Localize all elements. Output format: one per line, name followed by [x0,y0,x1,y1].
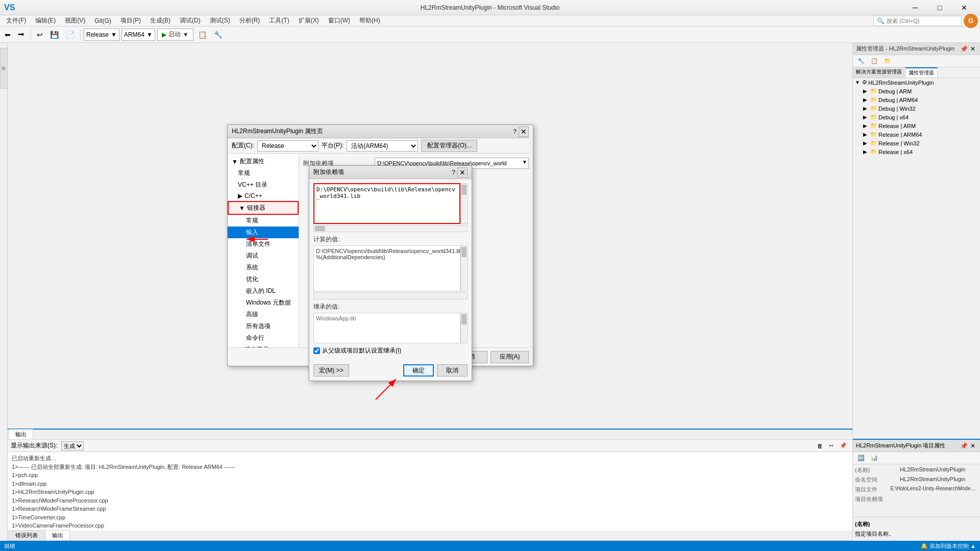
close-button[interactable]: ✕ [952,0,976,15]
output-source-select[interactable]: 生成 [61,441,84,450]
output-line-8: 1>VideoCameraFrameProcessor.cpp [12,521,848,530]
tree-all-opts[interactable]: 所有选项 [228,320,299,332]
menu-item-edit[interactable]: 编辑(E) [31,15,60,26]
tree-manifest[interactable]: 清单文件 [228,238,299,250]
toolbar-extra-btn1[interactable]: 📋 [195,29,209,41]
toolbar-undo-btn[interactable]: ↩ [34,29,45,41]
start-icon: ▶ [162,31,166,38]
pm-release-x64-arrow: ▶ [863,149,869,155]
pm-release-win32[interactable]: ▶ 📁 Release | Win32 [853,139,980,147]
tree-config-props[interactable]: ▼ 配置属性 [228,156,299,167]
menu-item-extensions[interactable]: 扩展(X) [295,15,323,26]
toolbar-forward-btn[interactable]: ⮕ [15,29,28,41]
tree-linker[interactable]: ▼ 链接器 [228,201,299,215]
tree-winmeta[interactable]: Windows 元数据 [228,297,299,309]
tree-general[interactable]: 常规 [228,167,299,179]
menu-item-project[interactable]: 项目(P) [116,15,145,26]
menu-item-build[interactable]: 生成(B) [146,15,175,26]
pm-release-x64[interactable]: ▶ 📁 Release | x64 [853,147,980,156]
config-select[interactable]: Release [257,140,318,152]
pm-btn2[interactable]: 📋 [868,56,880,66]
menu-item-analyze[interactable]: 分析(R) [235,15,264,26]
menu-item-test[interactable]: 测试(S) [206,15,234,26]
calc-h-scrollbar[interactable] [313,292,468,299]
pm-release-arm64[interactable]: ▶ 📁 Release | ARM64 [853,130,980,139]
pm-debug-arm64[interactable]: ▶ 📁 Debug | ARM64 [853,95,980,104]
panel-close-btn[interactable]: ✕ [969,45,977,53]
pm-debug-x64[interactable]: ▶ 📁 Debug | x64 [853,113,980,121]
panel-pin-btn[interactable]: 📌 [960,45,968,53]
menu-item-git[interactable]: Git(G) [90,16,115,26]
pm-debug-arm[interactable]: ▶ 📁 Debug | ARM [853,87,980,95]
tree-cpp[interactable]: ▶ C/C++ [228,191,299,201]
tree-debug[interactable]: 调试 [228,250,299,262]
solution-explorer-tab[interactable]: 解决方案资源管理器 [853,67,905,78]
platform-select[interactable]: 活动(ARM64) [347,140,418,152]
pm-btn3[interactable]: 📁 [881,56,894,66]
props-pin-btn[interactable]: 📌 [960,442,968,450]
error-list-tab[interactable]: 错误列表 [9,530,44,540]
dropdown-arrow-icon[interactable]: ▼ [522,159,527,165]
tree-system[interactable]: 系统 [228,262,299,273]
restore-button[interactable]: □ [928,0,951,15]
search-input[interactable] [887,18,958,24]
apply-btn[interactable]: 应用(A) [491,351,529,363]
pm-release-arm[interactable]: ▶ 📁 Release | ARM [853,121,980,130]
tree-manifest-tool[interactable]: ▶ 清单工具 [228,344,299,347]
help-icon[interactable]: ? [513,128,517,135]
pm-release-arm64-arrow: ▶ [863,132,869,137]
output-clear-btn[interactable]: 🗑 [815,441,825,450]
deps-cancel-btn[interactable]: 取消 [437,364,468,377]
output-wrap-btn[interactable]: ⇿ [826,441,836,450]
property-manager-tab[interactable]: 属性管理器 [905,67,938,78]
menu-item-debug[interactable]: 调试(D) [176,15,205,26]
property-pages-title-bar[interactable]: HL2RmStreamUnityPlugin 属性页 ? ✕ [228,125,533,138]
user-avatar[interactable]: G [964,14,978,28]
menu-item-tools[interactable]: 工具(T) [265,15,293,26]
pm-debug-win32[interactable]: ▶ 📁 Debug | Win32 [853,104,980,113]
h-scrollbar[interactable] [313,225,468,232]
tree-vcpp[interactable]: VC++ 目录 [228,179,299,191]
props-sort-btn[interactable]: 🔤 [855,453,867,463]
property-pages-close-btn[interactable]: ✕ [519,127,529,137]
tree-idl[interactable]: 嵌入的 IDL [228,285,299,297]
config-dropdown[interactable]: Release ▼ [84,29,119,41]
platform-dropdown[interactable]: ARM64 ▼ [121,29,155,41]
menu-item-view[interactable]: 视图(V) [61,15,89,26]
tree-advanced[interactable]: 高级 [228,309,299,320]
output-line-1: 1>------ 已启动全部重新生成: 项目: HL2RmStreamUnity… [12,463,848,471]
add-deps-close-btn[interactable]: ✕ [457,167,468,178]
menu-item-window[interactable]: 窗口(W) [324,15,354,26]
tree-linker-general[interactable]: 常规 [228,215,299,227]
calc-scrollbar[interactable] [460,245,468,291]
output-line-2: 1>pch.cpp [12,471,848,480]
toolbar-extra-btn2[interactable]: 🔧 [211,29,225,41]
pm-btn1[interactable]: 🔧 [855,56,867,66]
config-manager-btn[interactable]: 配置管理器(O)... [421,140,477,152]
inherit-checkbox[interactable] [313,347,320,354]
start-button[interactable]: ▶ 启动 ▼ [157,29,193,41]
macro-btn[interactable]: 宏(M) >> [313,364,349,377]
inherited-scrollbar[interactable] [460,313,468,343]
minimize-button[interactable]: ─ [903,0,927,15]
add-deps-title-bar[interactable]: 附加依赖项 ? ✕ [309,166,472,179]
deps-edit-textarea[interactable]: D:\OPENCV\opencv\build\lib\Release\openc… [313,183,460,224]
deps-ok-btn[interactable]: 确定 [403,364,434,377]
props-close-btn[interactable]: ✕ [969,442,977,450]
output-pin-btn[interactable]: 📌 [837,441,849,450]
output-tab[interactable]: 输出 [9,429,33,439]
add-deps-help-icon[interactable]: ? [452,169,455,176]
tree-linker-input[interactable]: 输入 [228,227,299,238]
tree-optimize[interactable]: 优化 [228,273,299,285]
menu-item-help[interactable]: 帮助(H) [355,15,384,26]
pm-root[interactable]: ▼ ⚙ HL2RmStreamUnityPlugin [853,78,980,87]
toolbar-save-btn[interactable]: 💾 [47,29,61,41]
menu-item-file[interactable]: 文件(F) [2,15,30,26]
output-line-3: 1>dllmain.cpp [12,480,848,488]
tree-cmdline[interactable]: 命令行 [228,332,299,344]
toolbar-back-btn[interactable]: ⬅ [2,29,13,41]
edit-scrollbar[interactable] [460,183,468,224]
output-bottom-tab[interactable]: 输出 [45,530,70,540]
props-group-btn[interactable]: 📊 [868,453,880,463]
toolbar-save-all-btn[interactable]: 📄 [63,29,77,41]
